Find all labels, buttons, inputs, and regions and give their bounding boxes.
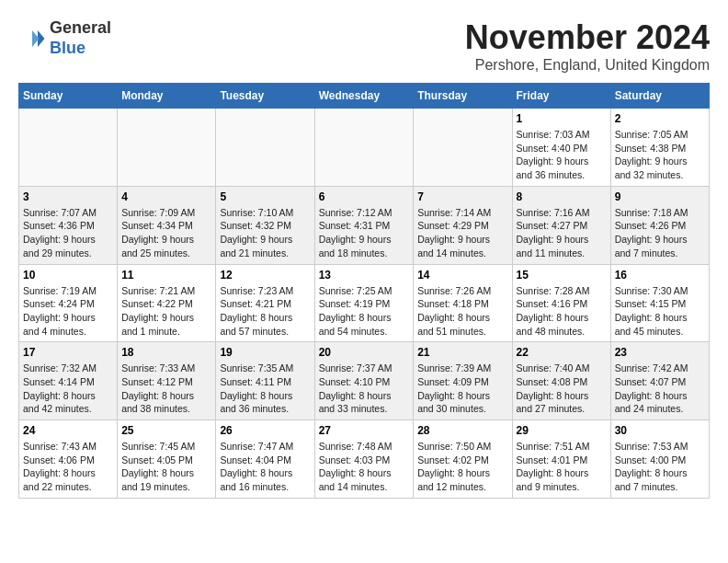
day-info: Sunrise: 7:48 AM Sunset: 4:03 PM Dayligh…: [319, 440, 410, 494]
calendar-cell: 30Sunrise: 7:53 AM Sunset: 4:00 PM Dayli…: [610, 420, 709, 499]
day-number: 7: [417, 190, 507, 203]
day-number: 19: [220, 346, 310, 359]
calendar-cell: 27Sunrise: 7:48 AM Sunset: 4:03 PM Dayli…: [314, 420, 414, 499]
day-number: 16: [615, 269, 705, 282]
calendar-cell: 18Sunrise: 7:33 AM Sunset: 4:12 PM Dayli…: [118, 342, 216, 420]
day-info: Sunrise: 7:39 AM Sunset: 4:09 PM Dayligh…: [417, 362, 507, 416]
day-info: Sunrise: 7:03 AM Sunset: 4:40 PM Dayligh…: [517, 128, 607, 182]
logo-blue-text: Blue: [50, 39, 85, 57]
title-section: November 2024 Pershore, England, United …: [465, 18, 710, 74]
day-info: Sunrise: 7:45 AM Sunset: 4:05 PM Dayligh…: [121, 440, 211, 494]
calendar-cell: 5Sunrise: 7:10 AM Sunset: 4:32 PM Daylig…: [216, 186, 314, 264]
weekday-header: Friday: [512, 84, 610, 109]
day-number: 21: [417, 346, 507, 359]
day-info: Sunrise: 7:32 AM Sunset: 4:14 PM Dayligh…: [23, 362, 113, 416]
day-info: Sunrise: 7:14 AM Sunset: 4:29 PM Dayligh…: [417, 206, 507, 260]
weekday-header: Thursday: [414, 84, 512, 109]
weekday-header: Wednesday: [314, 84, 414, 109]
day-info: Sunrise: 7:35 AM Sunset: 4:11 PM Dayligh…: [220, 362, 310, 416]
logo-general-text: General: [50, 18, 111, 37]
day-number: 24: [23, 424, 113, 437]
day-number: 18: [121, 346, 211, 359]
day-number: 4: [121, 190, 211, 203]
day-info: Sunrise: 7:05 AM Sunset: 4:38 PM Dayligh…: [615, 128, 705, 182]
day-info: Sunrise: 7:19 AM Sunset: 4:24 PM Dayligh…: [23, 284, 113, 339]
day-info: Sunrise: 7:10 AM Sunset: 4:32 PM Dayligh…: [220, 206, 310, 260]
day-number: 5: [220, 190, 310, 203]
calendar-cell: [414, 109, 512, 187]
day-number: 8: [517, 190, 607, 203]
calendar-cell: 2Sunrise: 7:05 AM Sunset: 4:38 PM Daylig…: [610, 109, 709, 187]
logo-icon: [18, 25, 46, 52]
calendar-week-row: 10Sunrise: 7:19 AM Sunset: 4:24 PM Dayli…: [19, 264, 710, 342]
calendar-week-row: 1Sunrise: 7:03 AM Sunset: 4:40 PM Daylig…: [19, 109, 710, 187]
calendar-cell: 4Sunrise: 7:09 AM Sunset: 4:34 PM Daylig…: [118, 186, 216, 264]
calendar-cell: 9Sunrise: 7:18 AM Sunset: 4:26 PM Daylig…: [610, 186, 709, 264]
day-number: 30: [615, 424, 705, 437]
day-info: Sunrise: 7:21 AM Sunset: 4:22 PM Dayligh…: [121, 284, 211, 339]
weekday-header: Saturday: [610, 84, 709, 109]
day-info: Sunrise: 7:23 AM Sunset: 4:21 PM Dayligh…: [220, 284, 310, 339]
day-info: Sunrise: 7:33 AM Sunset: 4:12 PM Dayligh…: [121, 362, 211, 416]
day-number: 2: [615, 112, 705, 125]
calendar-cell: [118, 109, 216, 187]
day-info: Sunrise: 7:42 AM Sunset: 4:07 PM Dayligh…: [615, 362, 705, 416]
page-header: General Blue November 2024 Pershore, Eng…: [18, 18, 710, 74]
day-number: 25: [121, 424, 211, 437]
calendar-cell: [216, 109, 314, 187]
calendar-cell: [19, 109, 118, 187]
calendar-cell: 16Sunrise: 7:30 AM Sunset: 4:15 PM Dayli…: [610, 264, 709, 342]
day-number: 28: [417, 424, 507, 437]
day-number: 26: [220, 424, 310, 437]
day-info: Sunrise: 7:09 AM Sunset: 4:34 PM Dayligh…: [121, 206, 211, 260]
calendar-table: SundayMondayTuesdayWednesdayThursdayFrid…: [18, 83, 710, 499]
day-number: 15: [517, 269, 607, 282]
calendar-cell: 14Sunrise: 7:26 AM Sunset: 4:18 PM Dayli…: [414, 264, 512, 342]
day-info: Sunrise: 7:43 AM Sunset: 4:06 PM Dayligh…: [23, 440, 113, 494]
calendar-cell: 25Sunrise: 7:45 AM Sunset: 4:05 PM Dayli…: [118, 420, 216, 499]
calendar-week-row: 3Sunrise: 7:07 AM Sunset: 4:36 PM Daylig…: [19, 186, 710, 264]
day-number: 6: [319, 190, 410, 203]
calendar-cell: 17Sunrise: 7:32 AM Sunset: 4:14 PM Dayli…: [19, 342, 118, 420]
logo: General Blue: [18, 18, 111, 58]
calendar-cell: [314, 109, 414, 187]
calendar-cell: 13Sunrise: 7:25 AM Sunset: 4:19 PM Dayli…: [314, 264, 414, 342]
day-info: Sunrise: 7:40 AM Sunset: 4:08 PM Dayligh…: [517, 362, 607, 416]
calendar-cell: 1Sunrise: 7:03 AM Sunset: 4:40 PM Daylig…: [512, 109, 610, 187]
calendar-cell: 28Sunrise: 7:50 AM Sunset: 4:02 PM Dayli…: [414, 420, 512, 499]
calendar-cell: 29Sunrise: 7:51 AM Sunset: 4:01 PM Dayli…: [512, 420, 610, 499]
day-info: Sunrise: 7:25 AM Sunset: 4:19 PM Dayligh…: [319, 284, 410, 339]
day-number: 22: [517, 346, 607, 359]
calendar-header-row: SundayMondayTuesdayWednesdayThursdayFrid…: [19, 84, 710, 109]
calendar-week-row: 17Sunrise: 7:32 AM Sunset: 4:14 PM Dayli…: [19, 342, 710, 420]
day-info: Sunrise: 7:53 AM Sunset: 4:00 PM Dayligh…: [615, 440, 705, 494]
location-title: Pershore, England, United Kingdom: [465, 57, 710, 74]
day-number: 12: [220, 269, 310, 282]
day-info: Sunrise: 7:51 AM Sunset: 4:01 PM Dayligh…: [517, 440, 607, 494]
weekday-header: Monday: [118, 84, 216, 109]
calendar-cell: 12Sunrise: 7:23 AM Sunset: 4:21 PM Dayli…: [216, 264, 314, 342]
day-number: 17: [23, 346, 113, 359]
day-number: 23: [615, 346, 705, 359]
day-number: 3: [23, 190, 113, 203]
calendar-cell: 20Sunrise: 7:37 AM Sunset: 4:10 PM Dayli…: [314, 342, 414, 420]
calendar-cell: 21Sunrise: 7:39 AM Sunset: 4:09 PM Dayli…: [414, 342, 512, 420]
day-number: 27: [319, 424, 410, 437]
month-title: November 2024: [465, 18, 710, 57]
day-info: Sunrise: 7:12 AM Sunset: 4:31 PM Dayligh…: [319, 206, 410, 260]
calendar-week-row: 24Sunrise: 7:43 AM Sunset: 4:06 PM Dayli…: [19, 420, 710, 499]
day-info: Sunrise: 7:37 AM Sunset: 4:10 PM Dayligh…: [319, 362, 410, 416]
calendar-cell: 6Sunrise: 7:12 AM Sunset: 4:31 PM Daylig…: [314, 186, 414, 264]
weekday-header: Sunday: [19, 84, 118, 109]
calendar-cell: 8Sunrise: 7:16 AM Sunset: 4:27 PM Daylig…: [512, 186, 610, 264]
calendar-cell: 22Sunrise: 7:40 AM Sunset: 4:08 PM Dayli…: [512, 342, 610, 420]
calendar-cell: 11Sunrise: 7:21 AM Sunset: 4:22 PM Dayli…: [118, 264, 216, 342]
calendar-cell: 3Sunrise: 7:07 AM Sunset: 4:36 PM Daylig…: [19, 186, 118, 264]
calendar-cell: 23Sunrise: 7:42 AM Sunset: 4:07 PM Dayli…: [610, 342, 709, 420]
calendar-cell: 24Sunrise: 7:43 AM Sunset: 4:06 PM Dayli…: [19, 420, 118, 499]
day-info: Sunrise: 7:18 AM Sunset: 4:26 PM Dayligh…: [615, 206, 705, 260]
day-info: Sunrise: 7:28 AM Sunset: 4:16 PM Dayligh…: [517, 284, 607, 339]
calendar-cell: 26Sunrise: 7:47 AM Sunset: 4:04 PM Dayli…: [216, 420, 314, 499]
day-info: Sunrise: 7:50 AM Sunset: 4:02 PM Dayligh…: [417, 440, 507, 494]
calendar-cell: 10Sunrise: 7:19 AM Sunset: 4:24 PM Dayli…: [19, 264, 118, 342]
